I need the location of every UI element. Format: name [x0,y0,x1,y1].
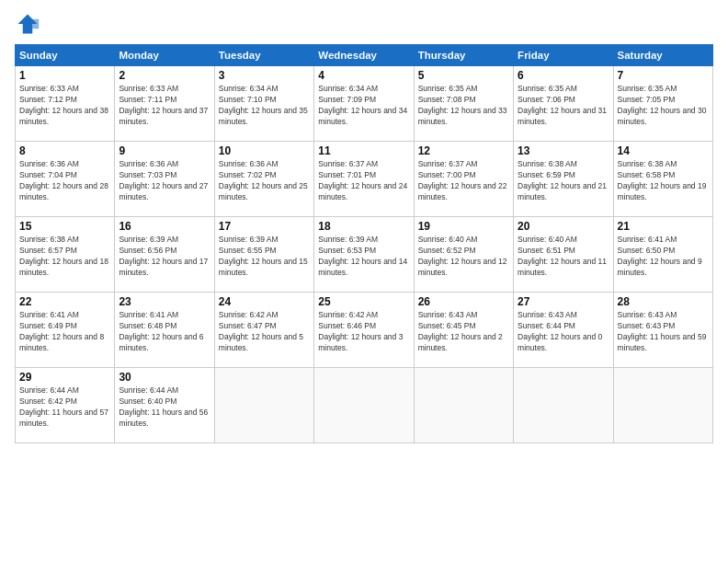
day-number: 10 [219,144,310,157]
page: SundayMondayTuesdayWednesdayThursdayFrid… [0,0,728,563]
weekday-header-sunday: Sunday [16,45,115,66]
day-number: 11 [318,144,409,157]
calendar-cell: 26Sunrise: 6:43 AMSunset: 6:45 PMDayligh… [414,293,513,368]
weekday-header-tuesday: Tuesday [214,45,313,66]
day-number: 1 [19,69,110,82]
day-info: Sunrise: 6:41 AMSunset: 6:49 PMDaylight:… [19,310,110,354]
calendar-cell: 7Sunrise: 6:35 AMSunset: 7:05 PMDaylight… [613,66,712,142]
calendar-cell: 23Sunrise: 6:41 AMSunset: 6:48 PMDayligh… [115,293,214,368]
weekday-header-row: SundayMondayTuesdayWednesdayThursdayFrid… [16,45,713,66]
day-info: Sunrise: 6:36 AMSunset: 7:04 PMDaylight:… [19,159,110,203]
calendar-cell: 20Sunrise: 6:40 AMSunset: 6:51 PMDayligh… [514,217,613,293]
day-number: 16 [119,220,210,233]
day-info: Sunrise: 6:39 AMSunset: 6:53 PMDaylight:… [318,235,409,279]
day-number: 2 [119,69,210,82]
day-number: 19 [418,220,509,233]
calendar-cell [613,368,712,443]
day-number: 30 [119,371,210,384]
day-number: 20 [518,220,609,233]
calendar-cell: 10Sunrise: 6:36 AMSunset: 7:02 PMDayligh… [214,142,313,217]
calendar-cell: 4Sunrise: 6:34 AMSunset: 7:09 PMDaylight… [314,66,414,142]
day-number: 13 [518,144,609,157]
calendar-cell: 25Sunrise: 6:42 AMSunset: 6:46 PMDayligh… [314,293,414,368]
calendar-cell: 13Sunrise: 6:38 AMSunset: 6:59 PMDayligh… [514,142,613,217]
calendar-cell: 16Sunrise: 6:39 AMSunset: 6:56 PMDayligh… [115,217,214,293]
day-info: Sunrise: 6:34 AMSunset: 7:10 PMDaylight:… [219,84,310,128]
day-info: Sunrise: 6:43 AMSunset: 6:43 PMDaylight:… [618,310,709,354]
calendar-cell: 21Sunrise: 6:41 AMSunset: 6:50 PMDayligh… [613,217,712,293]
calendar-cell: 12Sunrise: 6:37 AMSunset: 7:00 PMDayligh… [414,142,513,217]
calendar-cell: 18Sunrise: 6:39 AMSunset: 6:53 PMDayligh… [314,217,414,293]
day-number: 3 [219,69,310,82]
day-info: Sunrise: 6:40 AMSunset: 6:52 PMDaylight:… [418,235,509,279]
calendar-cell: 15Sunrise: 6:38 AMSunset: 6:57 PMDayligh… [16,217,115,293]
day-number: 22 [19,295,110,308]
calendar-cell: 22Sunrise: 6:41 AMSunset: 6:49 PMDayligh… [16,293,115,368]
day-info: Sunrise: 6:43 AMSunset: 6:45 PMDaylight:… [418,310,509,354]
day-number: 4 [318,69,409,82]
day-info: Sunrise: 6:38 AMSunset: 6:57 PMDaylight:… [19,235,110,279]
day-info: Sunrise: 6:43 AMSunset: 6:44 PMDaylight:… [518,310,609,354]
day-number: 6 [518,69,609,82]
calendar-week-4: 22Sunrise: 6:41 AMSunset: 6:49 PMDayligh… [16,293,713,368]
day-number: 12 [418,144,509,157]
day-number: 24 [219,295,310,308]
calendar-cell: 6Sunrise: 6:35 AMSunset: 7:06 PMDaylight… [514,66,613,142]
header [15,11,713,37]
day-number: 5 [418,69,509,82]
logo-icon [15,11,40,37]
calendar-cell: 24Sunrise: 6:42 AMSunset: 6:47 PMDayligh… [214,293,313,368]
day-info: Sunrise: 6:34 AMSunset: 7:09 PMDaylight:… [318,84,409,128]
day-info: Sunrise: 6:35 AMSunset: 7:06 PMDaylight:… [518,84,609,128]
day-info: Sunrise: 6:41 AMSunset: 6:50 PMDaylight:… [618,235,709,279]
calendar-cell [214,368,313,443]
calendar: SundayMondayTuesdayWednesdayThursdayFrid… [15,44,713,443]
day-number: 9 [119,144,210,157]
day-info: Sunrise: 6:39 AMSunset: 6:56 PMDaylight:… [119,235,210,279]
day-number: 18 [318,220,409,233]
calendar-week-1: 1Sunrise: 6:33 AMSunset: 7:12 PMDaylight… [16,66,713,142]
day-number: 7 [618,69,709,82]
day-number: 25 [318,295,409,308]
calendar-cell: 8Sunrise: 6:36 AMSunset: 7:04 PMDaylight… [16,142,115,217]
logo [15,11,44,37]
calendar-week-2: 8Sunrise: 6:36 AMSunset: 7:04 PMDaylight… [16,142,713,217]
day-info: Sunrise: 6:36 AMSunset: 7:03 PMDaylight:… [119,159,210,203]
svg-marker-1 [32,19,39,29]
day-number: 21 [618,220,709,233]
calendar-cell: 1Sunrise: 6:33 AMSunset: 7:12 PMDaylight… [16,66,115,142]
day-info: Sunrise: 6:42 AMSunset: 6:47 PMDaylight:… [219,310,310,354]
day-info: Sunrise: 6:44 AMSunset: 6:42 PMDaylight:… [19,385,110,430]
day-info: Sunrise: 6:38 AMSunset: 6:58 PMDaylight:… [618,159,709,203]
day-number: 14 [618,144,709,157]
calendar-cell: 29Sunrise: 6:44 AMSunset: 6:42 PMDayligh… [16,368,115,443]
day-info: Sunrise: 6:36 AMSunset: 7:02 PMDaylight:… [219,159,310,203]
weekday-header-saturday: Saturday [613,45,712,66]
calendar-cell: 2Sunrise: 6:33 AMSunset: 7:11 PMDaylight… [115,66,214,142]
day-info: Sunrise: 6:33 AMSunset: 7:12 PMDaylight:… [19,84,110,128]
calendar-cell: 28Sunrise: 6:43 AMSunset: 6:43 PMDayligh… [613,293,712,368]
day-info: Sunrise: 6:35 AMSunset: 7:05 PMDaylight:… [618,84,709,128]
day-number: 29 [19,371,110,384]
calendar-cell: 5Sunrise: 6:35 AMSunset: 7:08 PMDaylight… [414,66,513,142]
calendar-cell [314,368,414,443]
calendar-cell: 17Sunrise: 6:39 AMSunset: 6:55 PMDayligh… [214,217,313,293]
day-info: Sunrise: 6:40 AMSunset: 6:51 PMDaylight:… [518,235,609,279]
calendar-cell: 19Sunrise: 6:40 AMSunset: 6:52 PMDayligh… [414,217,513,293]
calendar-cell: 11Sunrise: 6:37 AMSunset: 7:01 PMDayligh… [314,142,414,217]
weekday-header-friday: Friday [514,45,613,66]
calendar-cell [414,368,513,443]
day-info: Sunrise: 6:39 AMSunset: 6:55 PMDaylight:… [219,235,310,279]
calendar-cell: 27Sunrise: 6:43 AMSunset: 6:44 PMDayligh… [514,293,613,368]
day-number: 23 [119,295,210,308]
calendar-week-5: 29Sunrise: 6:44 AMSunset: 6:42 PMDayligh… [16,368,713,443]
day-info: Sunrise: 6:41 AMSunset: 6:48 PMDaylight:… [119,310,210,354]
calendar-cell [514,368,613,443]
day-info: Sunrise: 6:38 AMSunset: 6:59 PMDaylight:… [518,159,609,203]
day-info: Sunrise: 6:33 AMSunset: 7:11 PMDaylight:… [119,84,210,128]
day-info: Sunrise: 6:42 AMSunset: 6:46 PMDaylight:… [318,310,409,354]
day-info: Sunrise: 6:37 AMSunset: 7:00 PMDaylight:… [418,159,509,203]
weekday-header-thursday: Thursday [414,45,513,66]
calendar-cell: 30Sunrise: 6:44 AMSunset: 6:40 PMDayligh… [115,368,214,443]
calendar-cell: 14Sunrise: 6:38 AMSunset: 6:58 PMDayligh… [613,142,712,217]
